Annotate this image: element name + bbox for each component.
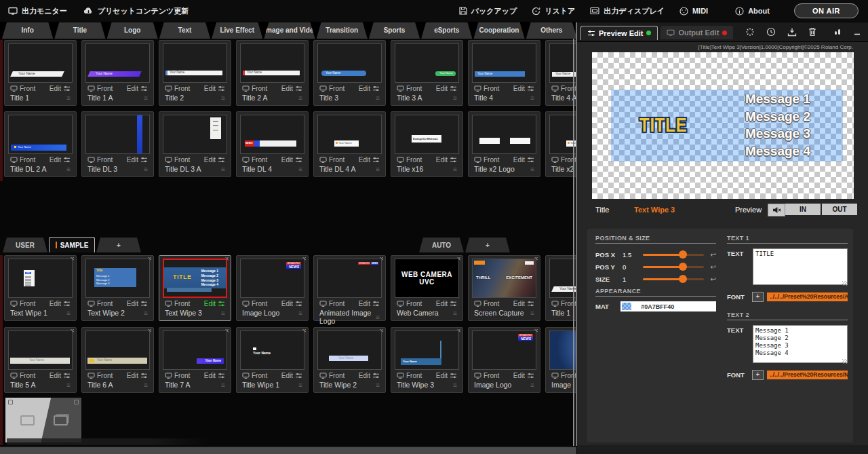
drag-handle-icon[interactable] [530,94,534,102]
preview-out-button[interactable]: OUT [822,204,857,215]
preset-card[interactable]: BREAKINGNEWS Front Edit Image Logo [236,255,309,321]
tab-sample[interactable]: SAMPLE [49,237,95,252]
tab-image-and-video[interactable]: Image and Video [264,22,315,39]
preset-card[interactable]: Your Name Front Edit Title 7 A [159,327,231,393]
edit-button[interactable]: Edit [513,156,534,164]
edit-button[interactable]: Edit [359,156,380,164]
preset-thumbnail[interactable]: Your Name [395,43,459,83]
drag-handle-icon[interactable] [144,166,148,173]
drag-handle-icon[interactable] [221,94,225,102]
drag-handle-icon[interactable] [453,381,457,389]
preset-card[interactable]: WEB CAMERAUVC Front Edit Web Camera [391,255,463,321]
preset-card[interactable]: Your Name Front Edit Title 4 A [545,40,576,106]
tab-user[interactable]: USER [3,238,47,252]
front-button[interactable]: Front [242,156,267,164]
layout-option-single[interactable] [5,398,51,442]
front-button[interactable]: Front [397,156,422,164]
front-button[interactable]: Front [474,156,499,164]
front-button[interactable]: Front [397,85,422,92]
edit-button[interactable]: Edit [281,156,302,164]
reset-icon[interactable]: ↩ [707,251,716,259]
preset-thumbnail[interactable]: NEWS [240,115,304,154]
preset-thumbnail[interactable]: Your Name [85,43,150,83]
front-button[interactable]: Front [87,300,113,307]
font2-path-field[interactable]: ../../../Preset%20Resources/Noto... [767,371,848,379]
preset-card[interactable]: TITLEMessage 1Message 2Message 3Message … [159,255,231,321]
horizontal-scrollbar[interactable] [0,447,576,454]
front-button[interactable]: Front [319,300,344,307]
preset-card[interactable]: NEWS Front Edit Title DL 4 [236,111,309,177]
tab-logo[interactable]: Logo [107,22,158,39]
preset-thumbnail[interactable]: Evangelia Whitman [395,115,459,154]
audio-level-icon[interactable] [833,28,842,36]
preset-card[interactable]: Your Name Front Edit Title 2 [159,40,231,106]
edit-button[interactable]: Edit [50,85,71,92]
tab-preview-edit[interactable]: Preview Edit [580,26,658,40]
drag-handle-icon[interactable] [453,166,457,173]
front-button[interactable]: Front [474,85,499,92]
front-button[interactable]: Front [474,372,499,379]
tab-info[interactable]: Info [2,22,53,39]
front-button[interactable]: Front [397,372,422,379]
front-button[interactable]: Front [165,156,190,164]
preset-card[interactable]: TitleMessage 1Message 2Message 3 Front E… [81,255,154,321]
add-font-button[interactable]: + [752,292,764,302]
front-button[interactable]: Front [242,85,267,92]
edit-button[interactable]: Edit [281,300,302,307]
preset-card[interactable]: Your Name Front Edit Title 5 A [4,327,77,393]
minimize-icon[interactable] [853,28,861,36]
edit-button[interactable]: Edit [204,85,225,92]
download-icon[interactable] [787,27,797,37]
preset-card[interactable]: Your Name Front Edit Title 1 [4,40,77,106]
add-tab-button[interactable]: + [96,238,141,252]
preset-card[interactable]: Your Name Front Edit Title x2 Logo [545,111,576,177]
edit-button[interactable]: Edit [436,300,457,307]
preset-thumbnail[interactable] [163,115,227,154]
front-button[interactable]: Front [87,156,113,164]
slider-thumb[interactable] [679,250,687,259]
preset-thumbnail[interactable]: THRILLEXCITEMENT [472,259,536,298]
preset-thumbnail[interactable]: Your Name [317,115,382,154]
preset-card[interactable]: Evangelia Whitman Front Edit Title x16 [391,111,463,177]
text2-input[interactable]: Message 1 Message 2 Message 3 Message 4 [753,325,848,363]
monitor-layout-card[interactable] [5,398,81,442]
preset-thumbnail[interactable]: Title [8,259,73,298]
preset-thumbnail[interactable]: Your Name [549,115,576,154]
drag-handle-icon[interactable] [144,381,148,389]
edit-button[interactable]: Edit [204,300,225,307]
edit-button[interactable]: Edit [436,156,457,164]
drag-handle-icon[interactable] [66,94,71,102]
preset-card[interactable]: Your Name Front Edit Title DL 2 A [4,111,77,177]
drag-handle-icon[interactable] [66,166,71,173]
slider-thumb[interactable] [679,263,687,271]
effect-burst-icon[interactable] [745,27,755,37]
front-button[interactable]: Front [319,156,344,164]
add-font-button[interactable]: + [752,370,764,380]
tab-esports[interactable]: eSports [421,22,472,39]
edit-button[interactable]: Edit [359,85,380,92]
preset-thumbnail[interactable]: Your Name [549,259,576,298]
drag-handle-icon[interactable] [221,166,225,173]
font1-path-field[interactable]: ../../../Preset%20Resources/Anto... [767,292,848,301]
drag-handle-icon[interactable] [298,94,302,102]
front-button[interactable]: Front [10,156,35,164]
preset-card[interactable]: Title Front Edit Text Wipe 1 [4,255,77,321]
preset-thumbnail[interactable]: TITLEMessage 1Message 2Message 3Message … [163,259,227,298]
drag-handle-icon[interactable] [144,94,148,102]
edit-button[interactable]: Edit [50,156,71,164]
preset-thumbnail[interactable]: BREAKINGNEWS [472,330,536,370]
preset-thumbnail[interactable]: Your Name [8,43,73,83]
tab-live-effect[interactable]: Live Effect [212,22,262,39]
preset-thumbnail[interactable] [85,115,150,154]
preset-card[interactable]: BREAKINGNEWS Front Edit Image Logo [468,327,540,393]
reset-icon[interactable]: ↩ [707,276,716,283]
front-button[interactable]: Front [87,372,113,379]
edit-button[interactable]: Edit [281,372,302,379]
edit-button[interactable]: Edit [359,300,380,307]
preset-card[interactable]: Your Name Front Edit Title 6 A [81,327,154,393]
preset-thumbnail[interactable]: Your Name [472,43,536,83]
drag-handle-icon[interactable] [66,309,71,317]
midi-button[interactable]: MIDI [679,7,708,16]
preset-card[interactable]: Front Edit Title DL 3 A [159,111,231,177]
front-button[interactable]: Front [242,300,267,307]
